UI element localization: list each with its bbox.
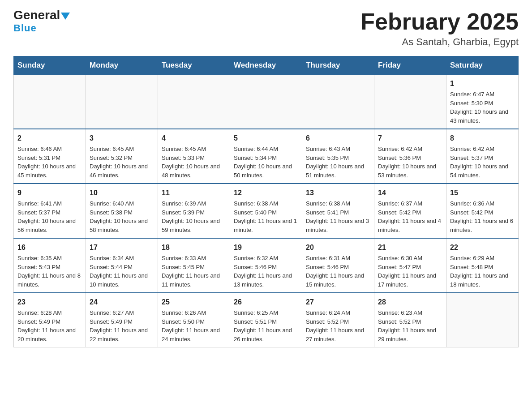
sun-info: Sunrise: 6:45 AMSunset: 5:32 PMDaylight:… <box>90 145 154 180</box>
calendar-cell: 4Sunrise: 6:45 AMSunset: 5:33 PMDaylight… <box>158 129 230 184</box>
sun-info: Sunrise: 6:32 AMSunset: 5:46 PMDaylight:… <box>234 254 298 289</box>
sun-info: Sunrise: 6:28 AMSunset: 5:49 PMDaylight:… <box>17 308 82 343</box>
sun-info: Sunrise: 6:37 AMSunset: 5:42 PMDaylight:… <box>378 199 442 234</box>
day-header-tuesday: Tuesday <box>158 56 230 75</box>
calendar-cell: 1Sunrise: 6:47 AMSunset: 5:30 PMDaylight… <box>446 75 519 129</box>
calendar-week-2: 2Sunrise: 6:46 AMSunset: 5:31 PMDaylight… <box>14 129 519 184</box>
calendar-cell: 16Sunrise: 6:35 AMSunset: 5:43 PMDayligh… <box>14 238 86 293</box>
day-number: 18 <box>162 242 226 253</box>
calendar-cell: 5Sunrise: 6:44 AMSunset: 5:34 PMDaylight… <box>230 129 302 184</box>
calendar-cell: 3Sunrise: 6:45 AMSunset: 5:32 PMDaylight… <box>86 129 158 184</box>
sun-info: Sunrise: 6:38 AMSunset: 5:40 PMDaylight:… <box>234 199 298 234</box>
sun-info: Sunrise: 6:42 AMSunset: 5:37 PMDaylight:… <box>450 145 515 180</box>
calendar-cell: 21Sunrise: 6:30 AMSunset: 5:47 PMDayligh… <box>374 238 446 293</box>
calendar-subtitle: As Santah, Gharbia, Egypt <box>360 36 519 48</box>
day-header-thursday: Thursday <box>302 56 374 75</box>
day-number: 22 <box>450 242 515 253</box>
calendar-cell: 12Sunrise: 6:38 AMSunset: 5:40 PMDayligh… <box>230 184 302 238</box>
sun-info: Sunrise: 6:41 AMSunset: 5:37 PMDaylight:… <box>17 199 82 234</box>
sun-info: Sunrise: 6:43 AMSunset: 5:35 PMDaylight:… <box>306 145 370 180</box>
day-number: 12 <box>234 188 298 198</box>
calendar-cell: 14Sunrise: 6:37 AMSunset: 5:42 PMDayligh… <box>374 184 446 238</box>
day-number: 2 <box>17 133 82 144</box>
sun-info: Sunrise: 6:46 AMSunset: 5:31 PMDaylight:… <box>17 145 82 180</box>
calendar-cell: 2Sunrise: 6:46 AMSunset: 5:31 PMDaylight… <box>14 129 86 184</box>
calendar-week-5: 23Sunrise: 6:28 AMSunset: 5:49 PMDayligh… <box>14 293 519 347</box>
day-number: 9 <box>17 188 82 198</box>
calendar-cell: 20Sunrise: 6:31 AMSunset: 5:46 PMDayligh… <box>302 238 374 293</box>
day-number: 8 <box>450 133 515 144</box>
sun-info: Sunrise: 6:26 AMSunset: 5:50 PMDaylight:… <box>162 308 226 343</box>
sun-info: Sunrise: 6:27 AMSunset: 5:49 PMDaylight:… <box>90 308 154 343</box>
calendar-cell: 25Sunrise: 6:26 AMSunset: 5:50 PMDayligh… <box>158 293 230 347</box>
day-number: 1 <box>450 78 515 89</box>
day-number: 7 <box>378 133 442 144</box>
day-number: 28 <box>378 297 442 308</box>
calendar-cell: 17Sunrise: 6:34 AMSunset: 5:44 PMDayligh… <box>86 238 158 293</box>
sun-info: Sunrise: 6:24 AMSunset: 5:52 PMDaylight:… <box>306 308 370 343</box>
calendar-cell <box>86 75 158 129</box>
logo: General Blue <box>13 9 70 34</box>
day-number: 4 <box>162 133 226 144</box>
calendar-week-4: 16Sunrise: 6:35 AMSunset: 5:43 PMDayligh… <box>14 238 519 293</box>
calendar-header: SundayMondayTuesdayWednesdayThursdayFrid… <box>14 56 519 75</box>
day-number: 11 <box>162 188 226 198</box>
day-header-friday: Friday <box>374 56 446 75</box>
calendar-cell: 28Sunrise: 6:23 AMSunset: 5:52 PMDayligh… <box>374 293 446 347</box>
day-number: 23 <box>17 297 82 308</box>
logo-main-text: General <box>13 9 70 21</box>
day-number: 5 <box>234 133 298 144</box>
calendar-cell: 9Sunrise: 6:41 AMSunset: 5:37 PMDaylight… <box>14 184 86 238</box>
day-number: 19 <box>234 242 298 253</box>
calendar-cell <box>302 75 374 129</box>
day-number: 21 <box>378 242 442 253</box>
calendar-body: 1Sunrise: 6:47 AMSunset: 5:30 PMDaylight… <box>14 75 519 347</box>
day-number: 14 <box>378 188 442 198</box>
calendar-cell: 15Sunrise: 6:36 AMSunset: 5:42 PMDayligh… <box>446 184 519 238</box>
sun-info: Sunrise: 6:44 AMSunset: 5:34 PMDaylight:… <box>234 145 298 180</box>
calendar-title: February 2025 <box>360 9 519 34</box>
calendar-cell: 11Sunrise: 6:39 AMSunset: 5:39 PMDayligh… <box>158 184 230 238</box>
calendar-cell: 23Sunrise: 6:28 AMSunset: 5:49 PMDayligh… <box>14 293 86 347</box>
days-row: SundayMondayTuesdayWednesdayThursdayFrid… <box>14 56 519 75</box>
day-header-sunday: Sunday <box>14 56 86 75</box>
day-header-wednesday: Wednesday <box>230 56 302 75</box>
day-number: 17 <box>90 242 154 253</box>
calendar-cell: 26Sunrise: 6:25 AMSunset: 5:51 PMDayligh… <box>230 293 302 347</box>
day-number: 3 <box>90 133 154 144</box>
logo-sub-text: Blue <box>13 22 37 34</box>
sun-info: Sunrise: 6:35 AMSunset: 5:43 PMDaylight:… <box>17 254 82 289</box>
calendar-cell <box>14 75 86 129</box>
logo-triangle-icon <box>61 13 70 20</box>
sun-info: Sunrise: 6:40 AMSunset: 5:38 PMDaylight:… <box>90 199 154 234</box>
sun-info: Sunrise: 6:33 AMSunset: 5:45 PMDaylight:… <box>162 254 226 289</box>
calendar-cell: 24Sunrise: 6:27 AMSunset: 5:49 PMDayligh… <box>86 293 158 347</box>
sun-info: Sunrise: 6:45 AMSunset: 5:33 PMDaylight:… <box>162 145 226 180</box>
calendar-cell: 22Sunrise: 6:29 AMSunset: 5:48 PMDayligh… <box>446 238 519 293</box>
day-number: 15 <box>450 188 515 198</box>
day-number: 24 <box>90 297 154 308</box>
day-number: 13 <box>306 188 370 198</box>
day-number: 10 <box>90 188 154 198</box>
calendar-cell: 6Sunrise: 6:43 AMSunset: 5:35 PMDaylight… <box>302 129 374 184</box>
calendar-cell: 19Sunrise: 6:32 AMSunset: 5:46 PMDayligh… <box>230 238 302 293</box>
calendar-cell <box>230 75 302 129</box>
day-number: 6 <box>306 133 370 144</box>
calendar-cell <box>374 75 446 129</box>
sun-info: Sunrise: 6:25 AMSunset: 5:51 PMDaylight:… <box>234 308 298 343</box>
calendar-week-1: 1Sunrise: 6:47 AMSunset: 5:30 PMDaylight… <box>14 75 519 129</box>
day-header-monday: Monday <box>86 56 158 75</box>
day-number: 27 <box>306 297 370 308</box>
day-number: 16 <box>17 242 82 253</box>
calendar-cell: 18Sunrise: 6:33 AMSunset: 5:45 PMDayligh… <box>158 238 230 293</box>
calendar-cell <box>446 293 519 347</box>
calendar-cell <box>158 75 230 129</box>
sun-info: Sunrise: 6:31 AMSunset: 5:46 PMDaylight:… <box>306 254 370 289</box>
sun-info: Sunrise: 6:42 AMSunset: 5:36 PMDaylight:… <box>378 145 442 180</box>
sun-info: Sunrise: 6:30 AMSunset: 5:47 PMDaylight:… <box>378 254 442 289</box>
day-number: 25 <box>162 297 226 308</box>
day-header-saturday: Saturday <box>446 56 519 75</box>
calendar-cell: 13Sunrise: 6:38 AMSunset: 5:41 PMDayligh… <box>302 184 374 238</box>
calendar-cell: 7Sunrise: 6:42 AMSunset: 5:36 PMDaylight… <box>374 129 446 184</box>
calendar-cell: 27Sunrise: 6:24 AMSunset: 5:52 PMDayligh… <box>302 293 374 347</box>
